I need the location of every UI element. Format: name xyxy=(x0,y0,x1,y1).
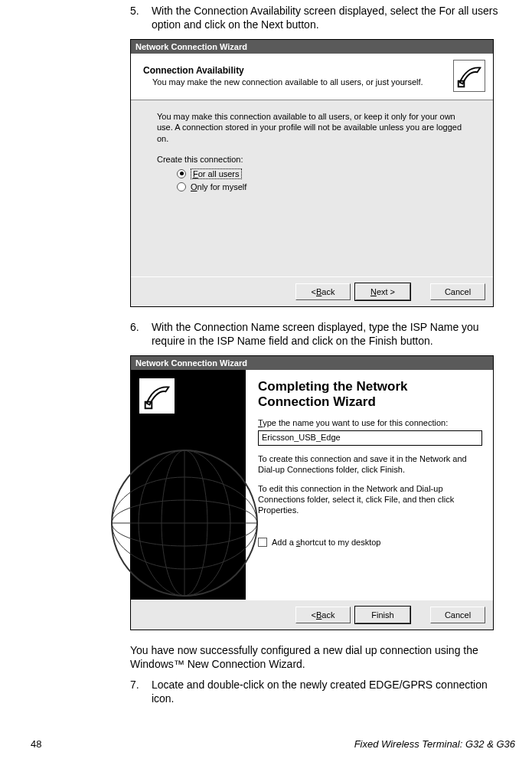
connection-name-input[interactable]: Ericsson_USB_Edge xyxy=(258,430,482,446)
step-5-text: With the Connection Availability screen … xyxy=(152,5,504,31)
wizard-completing: Network Connection Wizard Completing the… xyxy=(130,355,494,630)
radio-only-myself[interactable]: Only for myself xyxy=(177,182,467,191)
radio2-label: Only for myself xyxy=(191,182,246,191)
finish-button[interactable]: Finish xyxy=(355,607,410,623)
step-7-text: Locate and double-click on the newly cre… xyxy=(152,679,504,705)
wizard2-buttonbar: < Back Finish Cancel xyxy=(131,600,493,630)
shortcut-label: Add a shortcut to my desktop xyxy=(272,538,380,547)
step-6-num: 6. xyxy=(130,321,149,335)
wizard1-header-sub: You may make the new connection availabl… xyxy=(143,77,423,87)
success-text: You have now successfully configured a n… xyxy=(130,644,517,671)
radio-for-all-users[interactable]: For all users xyxy=(177,168,467,179)
connection-icon xyxy=(453,60,485,92)
wizard1-content: You may make this connection available t… xyxy=(131,100,493,276)
page-footer: 48 Fixed Wireless Terminal: G32 & G36 xyxy=(0,738,532,750)
wizard2-para2: To edit this connection in the Network a… xyxy=(258,483,482,516)
step-6-text: With the Connection Name screen displaye… xyxy=(152,321,504,348)
shortcut-checkbox[interactable]: Add a shortcut to my desktop xyxy=(258,538,482,547)
wizard1-desc: You may make this connection available t… xyxy=(157,111,467,144)
cancel-button[interactable]: Cancel xyxy=(430,607,485,623)
back-button[interactable]: < Back xyxy=(295,283,351,300)
wizard2-titlebar: Network Connection Wizard xyxy=(131,356,493,370)
wizard-connection-availability: Network Connection Wizard Connection Ava… xyxy=(130,39,494,307)
wizard1-buttonbar: < Back Next > Cancel xyxy=(131,276,493,306)
radio1-label: For all users xyxy=(191,168,242,179)
wizard2-body: Completing the Network Connection Wizard… xyxy=(131,370,493,600)
next-button[interactable]: Next > xyxy=(355,283,410,300)
wizard1-header-title: Connection Availability xyxy=(143,65,423,76)
name-label: Type the name you want to use for this c… xyxy=(258,418,482,427)
step-5: 5. With the Connection Availability scre… xyxy=(130,5,517,31)
page-number: 48 xyxy=(31,738,41,750)
back-button[interactable]: < Back xyxy=(295,607,351,623)
step-5-num: 5. xyxy=(130,5,149,18)
radio-icon xyxy=(177,182,186,191)
wizard2-heading: Completing the Network Connection Wizard xyxy=(258,379,482,409)
radio-icon xyxy=(177,169,186,178)
step-6: 6. With the Connection Name screen displ… xyxy=(130,321,517,348)
step-7: 7. Locate and double-click on the newly … xyxy=(130,679,517,705)
footer-title: Fixed Wireless Terminal: G32 & G36 xyxy=(354,738,515,750)
wizard2-para1: To create this connection and save it in… xyxy=(258,453,482,476)
connection-icon xyxy=(139,378,175,414)
step-7-num: 7. xyxy=(130,679,149,692)
wizard1-create-label: Create this connection: xyxy=(157,155,467,164)
wizard2-sidepanel xyxy=(131,370,246,600)
wizard1-header: Connection Availability You may make the… xyxy=(131,54,493,100)
wizard2-mainpanel: Completing the Network Connection Wizard… xyxy=(246,370,493,600)
wizard1-titlebar: Network Connection Wizard xyxy=(131,40,493,54)
cancel-button[interactable]: Cancel xyxy=(430,283,485,300)
